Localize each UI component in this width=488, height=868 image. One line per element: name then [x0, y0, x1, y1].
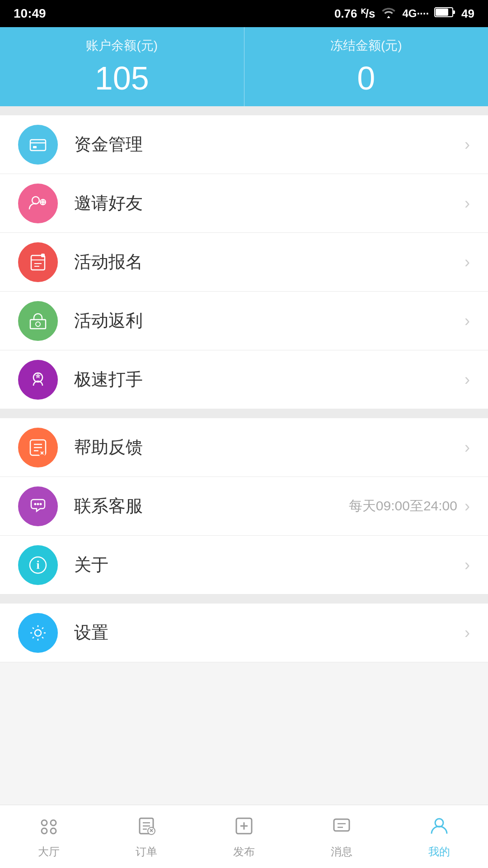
menu-icon-help: [18, 428, 58, 467]
nav-icon-message: [330, 815, 353, 841]
menu-icon-settings: [18, 613, 58, 653]
chevron-icon-fast-type: ›: [465, 372, 470, 388]
menu-icon-fast-type: [18, 360, 58, 400]
svg-point-34: [51, 828, 56, 834]
menu-list-group1: 资金管理 › 邀请好友 › 活动报名 › 活动返利 ›: [0, 115, 488, 409]
chevron-icon-help: ›: [465, 439, 470, 456]
menu-item-about[interactable]: i 关于 ›: [0, 536, 488, 594]
menu-item-contact[interactable]: 联系客服 每天09:00至24:00 ›: [0, 477, 488, 536]
nav-icon-hall: [35, 815, 62, 841]
battery-icon: [434, 6, 456, 22]
balance-section: 账户余额(元) 105 冻结金额(元) 0: [0, 27, 488, 106]
svg-point-6: [32, 197, 39, 204]
divider-mid2: [0, 594, 488, 604]
chevron-icon-activity-rebate: ›: [465, 313, 470, 329]
nav-item-mine[interactable]: 我的: [390, 805, 488, 868]
wifi-icon: [380, 6, 397, 22]
menu-item-help[interactable]: 帮助反馈 ›: [0, 418, 488, 477]
svg-rect-3: [30, 140, 46, 151]
nav-label-hall: 大厅: [38, 844, 60, 859]
svg-point-26: [37, 503, 39, 505]
account-balance: 账户余额(元) 105: [0, 27, 244, 106]
svg-rect-10: [31, 255, 45, 270]
menu-icon-activity-sign: [18, 242, 58, 282]
signal-icon: 4G····: [402, 7, 429, 20]
menu-label-activity-sign: 活动报名: [74, 250, 465, 274]
nav-icon-publish: [233, 815, 255, 841]
menu-icon-about: i: [18, 545, 58, 585]
chevron-icon-fund: ›: [465, 137, 470, 153]
nav-item-order[interactable]: 订单: [98, 805, 195, 868]
menu-label-fund: 资金管理: [74, 133, 465, 156]
menu-label-fast-type: 极速打手: [74, 368, 465, 391]
nav-label-message: 消息: [331, 844, 352, 859]
menu-item-settings[interactable]: 设置 ›: [0, 604, 488, 662]
status-time: 10:49: [14, 6, 46, 21]
nav-item-publish[interactable]: 发布: [195, 805, 293, 868]
frozen-label: 冻结金额(元): [330, 37, 402, 54]
menu-item-activity-sign[interactable]: 活动报名 ›: [0, 233, 488, 292]
bottom-nav: 大厅 订单 发布 消息 我的: [0, 805, 488, 868]
svg-text:i: i: [36, 558, 39, 571]
menu-icon-activity-rebate: [18, 301, 58, 341]
menu-label-invite: 邀请好友: [74, 192, 465, 215]
svg-point-31: [42, 820, 47, 826]
nav-label-mine: 我的: [428, 844, 450, 859]
svg-point-16: [36, 322, 40, 326]
menu-item-invite[interactable]: 邀请好友 ›: [0, 174, 488, 233]
menu-label-help: 帮助反馈: [74, 436, 465, 459]
divider-mid1: [0, 409, 488, 418]
nav-icon-mine: [428, 815, 450, 841]
nav-icon-order: [135, 815, 158, 841]
battery-pct: 49: [461, 7, 474, 21]
chevron-icon-invite: ›: [465, 195, 470, 212]
svg-point-30: [35, 630, 41, 636]
svg-rect-1: [453, 10, 455, 14]
status-bar: 10:49 0.76 ᴷ/s 4G···· 49: [0, 0, 488, 27]
nav-label-order: 订单: [136, 844, 157, 859]
svg-point-32: [51, 820, 56, 826]
menu-icon-invite: [18, 184, 58, 223]
nav-item-message[interactable]: 消息: [293, 805, 390, 868]
menu-item-fast-type[interactable]: 极速打手 ›: [0, 350, 488, 409]
chevron-icon-about: ›: [465, 557, 470, 573]
svg-point-33: [42, 828, 47, 834]
frozen-balance: 冻结金额(元) 0: [244, 27, 488, 106]
menu-list-group3: 设置 ›: [0, 604, 488, 662]
status-right: 0.76 ᴷ/s 4G···· 49: [334, 6, 474, 22]
menu-label-about: 关于: [74, 553, 465, 576]
menu-label-settings: 设置: [74, 621, 465, 644]
menu-icon-contact: [18, 486, 58, 526]
menu-list-group2: 帮助反馈 › 联系客服 每天09:00至24:00 › i 关于 ›: [0, 418, 488, 594]
chevron-icon-settings: ›: [465, 625, 470, 641]
svg-rect-15: [30, 320, 46, 329]
nav-item-hall[interactable]: 大厅: [0, 805, 98, 868]
svg-rect-45: [334, 819, 349, 831]
network-speed: 0.76 ᴷ/s: [334, 7, 375, 21]
menu-icon-fund: [18, 125, 58, 165]
menu-item-fund[interactable]: 资金管理 ›: [0, 115, 488, 174]
chevron-icon-contact: ›: [465, 498, 470, 514]
chevron-icon-activity-sign: ›: [465, 254, 470, 270]
svg-point-27: [40, 503, 42, 505]
menu-label-contact: 联系客服: [74, 495, 349, 518]
nav-label-publish: 发布: [233, 844, 255, 859]
svg-point-25: [34, 503, 37, 505]
menu-label-activity-rebate: 活动返利: [74, 309, 465, 332]
svg-rect-14: [41, 254, 45, 257]
menu-hint-contact: 每天09:00至24:00: [349, 497, 457, 515]
svg-rect-2: [436, 9, 448, 16]
account-label: 账户余额(元): [86, 37, 158, 54]
svg-point-48: [435, 819, 443, 827]
frozen-value: 0: [357, 60, 375, 97]
svg-rect-5: [33, 146, 37, 148]
menu-item-activity-rebate[interactable]: 活动返利 ›: [0, 292, 488, 350]
divider-top: [0, 106, 488, 115]
account-value: 105: [95, 60, 149, 97]
